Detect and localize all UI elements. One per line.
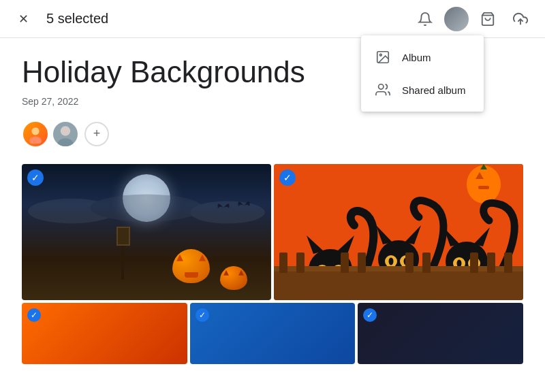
notification-button[interactable] xyxy=(411,5,439,33)
user-avatar-button[interactable] xyxy=(444,7,469,31)
app-header: ✕ 5 selected xyxy=(0,0,545,38)
lantern-body xyxy=(116,227,130,246)
photo-5-bg xyxy=(358,303,523,364)
svg-point-43 xyxy=(457,259,462,267)
svg-rect-46 xyxy=(274,270,523,300)
svg-rect-49 xyxy=(296,252,305,273)
svg-point-3 xyxy=(379,54,382,56)
photo-item-5[interactable]: ✓ xyxy=(358,303,523,364)
svg-point-6 xyxy=(29,136,42,144)
svg-rect-50 xyxy=(341,252,349,273)
photo-item-4[interactable]: ✓ xyxy=(190,303,356,364)
svg-rect-48 xyxy=(279,252,287,273)
shared-album-menu-item[interactable]: Shared album xyxy=(361,74,484,106)
cats-photo xyxy=(274,164,523,300)
album-menu-label: Album xyxy=(402,52,431,63)
svg-rect-52 xyxy=(405,252,414,273)
shared-album-menu-label: Shared album xyxy=(402,84,465,96)
svg-point-11 xyxy=(91,194,203,221)
add-contributor-button[interactable]: + xyxy=(84,122,109,146)
bag-icon xyxy=(480,12,495,27)
header-left: ✕ 5 selected xyxy=(11,7,108,31)
svg-point-34 xyxy=(389,257,394,265)
album-menu-icon xyxy=(375,49,391,65)
svg-point-8 xyxy=(61,126,70,135)
checkmark-icon-3: ✓ xyxy=(31,310,37,320)
dropdown-menu: Album Shared album xyxy=(361,35,484,112)
close-button[interactable]: ✕ xyxy=(11,7,35,31)
selected-count-label: 5 selected xyxy=(46,11,108,27)
cats-svg xyxy=(274,164,523,300)
svg-rect-53 xyxy=(422,252,431,273)
photo-check-5: ✓ xyxy=(363,308,377,322)
photo-check-4: ✓ xyxy=(196,308,209,322)
contributor-1-image xyxy=(23,122,48,146)
bell-icon xyxy=(418,12,433,27)
pumpkin-small xyxy=(220,266,247,290)
svg-rect-55 xyxy=(487,252,495,273)
photo-3-bg xyxy=(22,303,187,364)
pumpkin-large xyxy=(172,249,210,283)
halloween-photo xyxy=(22,164,271,300)
contributor-2-image xyxy=(53,122,78,146)
svg-rect-18 xyxy=(478,186,489,189)
svg-rect-51 xyxy=(358,252,366,273)
photo-check-3: ✓ xyxy=(27,308,41,322)
photo-grid-top: ✓ xyxy=(22,164,523,300)
checkmark-icon-2: ✓ xyxy=(283,172,292,183)
photo-check-2: ✓ xyxy=(279,169,296,186)
contributor-avatar-2[interactable] xyxy=(52,120,79,148)
checkmark-icon-5: ✓ xyxy=(367,310,373,320)
photo-check-1: ✓ xyxy=(27,169,44,186)
svg-rect-56 xyxy=(504,252,512,273)
checkmark-icon-4: ✓ xyxy=(199,310,206,320)
header-right xyxy=(411,5,534,33)
photo-item-2[interactable]: ✓ xyxy=(274,164,523,300)
svg-point-5 xyxy=(31,127,39,135)
svg-rect-47 xyxy=(274,266,523,272)
photo-4-bg xyxy=(190,303,356,364)
svg-rect-54 xyxy=(470,252,478,273)
close-icon: ✕ xyxy=(18,12,29,27)
svg-point-4 xyxy=(379,84,384,89)
contributor-avatar-1[interactable] xyxy=(22,120,49,148)
plus-icon: + xyxy=(93,127,101,141)
upload-button[interactable] xyxy=(507,5,534,33)
bag-button[interactable] xyxy=(474,5,501,33)
photo-grid-bottom: ✓ ✓ ✓ xyxy=(22,303,523,364)
contributors-row: + xyxy=(22,120,523,148)
shared-album-menu-icon xyxy=(375,82,391,98)
album-menu-item[interactable]: Album xyxy=(361,41,484,74)
cloud-upload-icon xyxy=(513,12,528,27)
svg-point-14 xyxy=(467,165,501,203)
checkmark-icon-1: ✓ xyxy=(31,172,40,183)
photo-item-3[interactable]: ✓ xyxy=(22,303,187,364)
photo-item-1[interactable]: ✓ xyxy=(22,164,271,300)
